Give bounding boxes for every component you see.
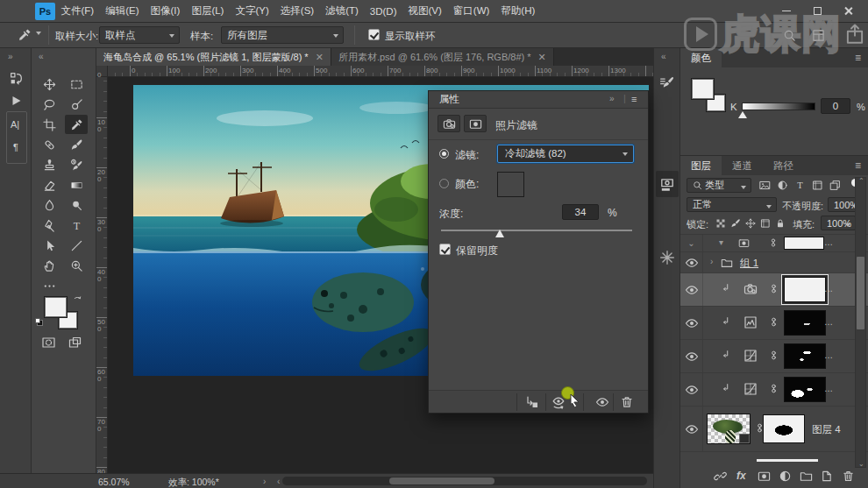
expand-icon[interactable]: ⌄	[687, 238, 694, 248]
more-options-icon[interactable]: …	[824, 284, 834, 294]
menu-help[interactable]: 帮助(H)	[495, 4, 541, 18]
blur-tool-button[interactable]	[38, 195, 60, 215]
panel-menu-icon[interactable]: ≡	[631, 94, 637, 104]
clip-to-layer-icon[interactable]	[525, 395, 539, 409]
paragraph-panel-icon[interactable]: ¶	[13, 142, 18, 152]
layer-row-photo-filter-selected[interactable]: …	[680, 273, 868, 307]
layer-style-fx-icon[interactable]: fx	[736, 470, 746, 482]
path-select-tool-button[interactable]	[38, 236, 60, 255]
menu-select[interactable]: 选择(S)	[274, 4, 319, 18]
gradient-tool-button[interactable]	[65, 175, 88, 194]
k-value-input[interactable]: 0	[821, 98, 850, 114]
mask-link-icon[interactable]	[768, 283, 779, 294]
lock-all-icon[interactable]	[775, 218, 786, 229]
scroll-left-icon[interactable]: ‹	[277, 477, 280, 486]
menu-filter[interactable]: 滤镜(T)	[320, 4, 365, 18]
visibility-eye-icon[interactable]	[685, 422, 699, 436]
lock-artboard-icon[interactable]	[760, 218, 771, 229]
tab-paths[interactable]: 路径	[763, 156, 804, 175]
menu-edit[interactable]: 编辑(E)	[100, 4, 145, 18]
horizontal-ruler[interactable]: 0 100 200 300 400 500 600 700 800 900 10…	[108, 66, 653, 77]
filter-smart-objects-icon[interactable]	[829, 180, 841, 191]
delete-layer-icon[interactable]	[842, 470, 855, 483]
character-panel-icon[interactable]: A|	[11, 119, 19, 130]
color-radio[interactable]	[439, 179, 449, 188]
eyedropper-tool-icon[interactable]	[18, 28, 32, 42]
dodge-tool-button[interactable]	[65, 195, 88, 215]
layer-name[interactable]: 图层 4	[812, 423, 841, 436]
zoom-tool-button[interactable]	[65, 256, 88, 275]
scrollbar-thumb[interactable]	[389, 477, 494, 484]
styles-panel-icon[interactable]	[659, 250, 675, 265]
edit-toolbar-button[interactable]	[38, 276, 60, 295]
add-layer-mask-icon[interactable]	[758, 470, 771, 483]
scroll-up-icon[interactable]: ⌃	[858, 177, 864, 185]
layer-row-curves-2[interactable]: …	[680, 373, 868, 407]
group-collapse-icon[interactable]: ›	[710, 257, 713, 266]
collapse-panel-icon[interactable]: »	[609, 94, 615, 103]
collapse-tools-icon[interactable]: «	[39, 52, 44, 61]
menu-image[interactable]: 图像(I)	[145, 4, 186, 18]
layer-mask-badge[interactable]	[464, 115, 487, 132]
properties-panel-header[interactable]: 属性 » | ≡	[429, 91, 648, 109]
filter-color-swatch[interactable]	[497, 172, 524, 197]
move-tool-button[interactable]	[38, 74, 60, 94]
density-slider-thumb[interactable]	[495, 230, 504, 237]
crop-tool-button[interactable]	[38, 115, 60, 134]
history-panel-icon[interactable]	[9, 71, 24, 86]
tab-close-icon[interactable]: ✕	[316, 52, 324, 63]
search-icon[interactable]	[783, 29, 796, 42]
lock-pixels-icon[interactable]	[730, 218, 741, 229]
group-name[interactable]: 组 1	[740, 257, 758, 270]
menu-file[interactable]: 文件(F)	[55, 4, 100, 18]
window-minimize-button[interactable]	[773, 0, 800, 21]
visibility-eye-icon[interactable]	[685, 316, 699, 330]
lock-position-icon[interactable]	[745, 218, 756, 229]
document-tab-active[interactable]: 海龟岛合成 @ 65.1% (照片滤镜 1, 图层蒙版/8) *✕	[96, 48, 331, 66]
density-input[interactable]: 34	[562, 204, 599, 220]
menu-window[interactable]: 窗口(W)	[447, 4, 495, 18]
hand-tool-button[interactable]	[38, 256, 60, 275]
sample-select[interactable]: 所有图层	[221, 26, 344, 44]
brush-settings-panel-icon[interactable]	[659, 74, 675, 90]
menu-type[interactable]: 文字(Y)	[230, 4, 274, 18]
tab-layers[interactable]: 图层	[680, 156, 722, 175]
clone-stamp-tool-button[interactable]	[38, 155, 60, 174]
workspace-switcher-icon[interactable]	[812, 29, 825, 42]
more-options-icon[interactable]: …	[824, 384, 834, 393]
actions-panel-icon[interactable]	[9, 94, 23, 108]
filter-select[interactable]: 冷却滤镜 (82)	[497, 145, 634, 163]
menu-view[interactable]: 视图(V)	[402, 4, 447, 18]
eyedropper-tool-button[interactable]	[65, 115, 88, 134]
fill-select[interactable]: 100%	[821, 216, 856, 230]
type-tool-button[interactable]	[65, 216, 88, 235]
panel-menu-icon[interactable]: ≡	[855, 52, 861, 64]
status-chevron-icon[interactable]: ›	[263, 477, 266, 486]
swap-colors-icon[interactable]	[72, 294, 84, 305]
document-tab-inactive[interactable]: 所用素材.psd @ 61.6% (图层 176, RGB/8#) *✕	[331, 48, 554, 66]
blend-mode-select[interactable]: 正常	[687, 197, 777, 212]
density-slider-track[interactable]	[441, 230, 632, 231]
visibility-eye-icon[interactable]	[685, 283, 699, 297]
eraser-tool-button[interactable]	[38, 175, 60, 194]
lock-transparency-icon[interactable]	[715, 218, 726, 229]
k-slider-thumb[interactable]	[738, 111, 747, 118]
visibility-eye-icon[interactable]	[595, 395, 609, 409]
window-maximize-button[interactable]	[804, 0, 830, 21]
quick-selection-tool-button[interactable]	[65, 95, 88, 114]
filter-pixel-layers-icon[interactable]	[759, 180, 771, 191]
lasso-tool-button[interactable]	[38, 95, 60, 114]
sample-size-select[interactable]: 取样点	[99, 26, 180, 44]
quick-mask-mode-icon[interactable]	[40, 336, 57, 350]
layer-mask-thumbnail[interactable]	[784, 377, 826, 402]
visibility-eye-icon[interactable]	[685, 256, 699, 270]
layer-row-curves-1[interactable]: …	[680, 340, 868, 373]
filter-radio[interactable]	[439, 149, 449, 159]
layer-row-clipped[interactable]: ⌄ ▾ …	[680, 235, 868, 252]
layer-mask-thumbnail[interactable]	[784, 343, 826, 369]
filter-shape-layers-icon[interactable]	[812, 180, 823, 191]
tool-preset-caret-icon[interactable]	[36, 32, 41, 35]
filter-adjustment-layers-icon[interactable]	[777, 180, 788, 191]
layer-row-layer4[interactable]: 图层 4	[680, 407, 868, 452]
layers-hscroll-thumb[interactable]	[757, 459, 818, 462]
